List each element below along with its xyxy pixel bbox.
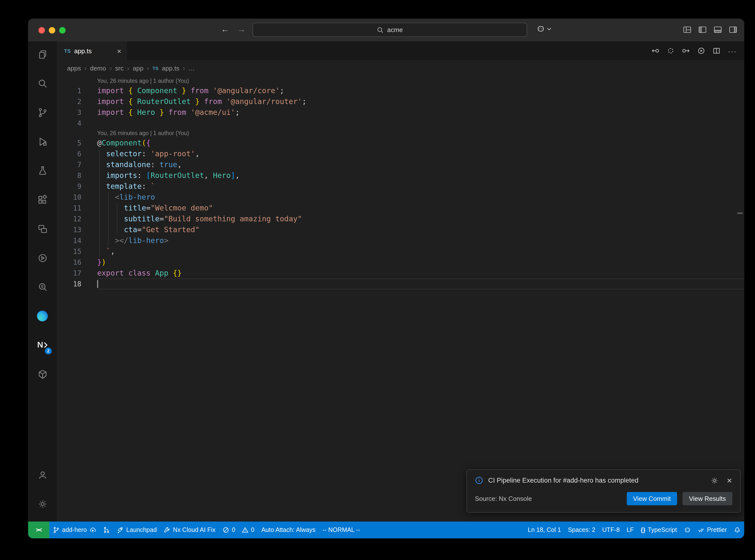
code-line-8[interactable]: 8 imports: [RouterOutlet, Hero], (57, 170, 744, 181)
breadcrumb-item[interactable]: src (115, 65, 124, 72)
breadcrumb-item[interactable]: app (133, 65, 143, 72)
code-line-7[interactable]: 7 standalone: true, (57, 159, 744, 170)
editor[interactable]: You, 26 minutes ago | 1 author (You)1imp… (57, 76, 744, 522)
line-number[interactable]: 15 (57, 246, 81, 257)
code-line-13[interactable]: 13 cta="Get Started" (57, 224, 744, 235)
remote-indicator[interactable]: >< (28, 522, 49, 538)
activitybar-package[interactable] (31, 361, 54, 387)
line-number[interactable]: 5 (57, 138, 81, 148)
close-window-button[interactable] (38, 27, 45, 33)
toggle-panel-icon[interactable] (714, 26, 722, 34)
line-number[interactable]: 17 (57, 268, 81, 279)
breadcrumb-file[interactable]: app.ts (162, 65, 179, 72)
problems-item[interactable]: 0 0 (219, 522, 258, 538)
notifications-bell-item[interactable] (730, 522, 744, 538)
activitybar-accounts[interactable] (31, 462, 54, 487)
line-number[interactable]: 18 (57, 279, 81, 289)
commit-graph-item[interactable] (100, 522, 114, 538)
line-number[interactable]: 11 (57, 203, 81, 214)
line-number[interactable]: 9 (57, 181, 81, 192)
notification-close-icon[interactable]: ✕ (727, 477, 732, 484)
code-line-18[interactable]: 18 (57, 279, 744, 289)
breadcrumb-symbol-tail[interactable]: … (188, 65, 195, 72)
split-editor-icon[interactable] (713, 47, 720, 55)
activitybar-testing[interactable] (31, 158, 54, 183)
line-number[interactable]: 8 (57, 170, 81, 181)
activitybar-explorer[interactable] (31, 41, 54, 67)
customize-layout-icon[interactable] (683, 26, 691, 34)
code-line-14[interactable]: 14 ></lib-hero> (57, 235, 744, 246)
cursor-position-item[interactable]: Ln 18, Col 1 (524, 522, 565, 538)
line-number[interactable]: 10 (57, 192, 81, 203)
command-center-search[interactable]: acme (253, 23, 527, 37)
line-number[interactable]: 7 (57, 159, 81, 170)
navigate-back-button[interactable]: ← (221, 24, 229, 36)
activitybar-remote-explorer[interactable] (31, 216, 54, 242)
code-line-17[interactable]: 17export class App {} (57, 268, 744, 279)
code-line-2[interactable]: 2import { RouterOutlet } from '@angular/… (57, 96, 744, 107)
navigate-forward-button[interactable]: → (237, 24, 245, 36)
toggle-blame-icon[interactable] (667, 47, 675, 55)
code-line-12[interactable]: 12 subtitle="Build something amazing tod… (57, 214, 744, 224)
tab-app-ts[interactable]: TS app.ts × (57, 41, 127, 60)
minimize-window-button[interactable] (49, 27, 55, 33)
next-change-icon[interactable] (682, 47, 690, 55)
indentation-item[interactable]: Spaces: 2 (564, 522, 599, 538)
activitybar-edge-browser[interactable] (31, 303, 54, 329)
code-line-9[interactable]: 9 template: ` (57, 181, 744, 192)
activitybar-run-debug[interactable] (31, 129, 54, 154)
codelens-row[interactable]: You, 26 minutes ago | 1 author (You) (57, 76, 744, 85)
line-number[interactable]: 4 (57, 118, 81, 129)
close-tab-icon[interactable]: × (117, 47, 121, 55)
run-file-icon[interactable] (697, 47, 705, 55)
code-line-6[interactable]: 6 selector: 'app-root', (57, 148, 744, 159)
activitybar-nx-console[interactable]: N 2 (31, 332, 54, 358)
view-commit-button[interactable]: View Commit (627, 492, 677, 505)
code-line-10[interactable]: 10 <lib-hero (57, 192, 744, 203)
activitybar-code-search[interactable] (31, 274, 54, 300)
activitybar-settings[interactable] (31, 491, 54, 517)
line-number[interactable]: 16 (57, 257, 81, 268)
toggle-secondary-sidebar-icon[interactable] (729, 26, 737, 34)
vim-mode-item[interactable]: -- NORMAL -- (319, 522, 364, 538)
code-line-5[interactable]: 5@Component({ (57, 138, 744, 148)
line-number[interactable]: 14 (57, 235, 81, 246)
auto-attach-item[interactable]: Auto Attach: Always (258, 522, 319, 538)
more-actions-icon[interactable]: ··· (728, 46, 737, 55)
copilot-status-item[interactable] (680, 522, 694, 538)
formatter-item[interactable]: Prettier (694, 522, 730, 538)
breadcrumb-item[interactable]: apps (67, 65, 81, 72)
activitybar-run-circle[interactable] (31, 245, 54, 271)
auto-attach-label: Auto Attach: Always (261, 526, 316, 533)
activitybar-extensions[interactable] (31, 187, 54, 213)
code-area[interactable]: You, 26 minutes ago | 1 author (You)1imp… (57, 76, 744, 522)
line-number[interactable]: 2 (57, 96, 81, 107)
code-line-15[interactable]: 15 `, (57, 246, 744, 257)
codelens-row[interactable]: You, 26 minutes ago | 1 author (You) (57, 129, 744, 138)
eol-item[interactable]: LF (623, 522, 637, 538)
encoding-item[interactable]: UTF-8 (599, 522, 623, 538)
toggle-primary-sidebar-icon[interactable] (698, 26, 707, 34)
notification-gear-icon[interactable] (711, 477, 719, 484)
activitybar-source-control[interactable] (31, 100, 54, 125)
activitybar-search[interactable] (31, 71, 54, 96)
code-line-1[interactable]: 1import { Component } from '@angular/cor… (57, 85, 744, 96)
branch-item[interactable]: add-hero (49, 522, 100, 538)
breadcrumb-item[interactable]: demo (90, 65, 106, 72)
zoom-window-button[interactable] (59, 27, 65, 33)
line-number[interactable]: 13 (57, 224, 81, 235)
view-results-button[interactable]: View Results (682, 492, 732, 505)
code-line-16[interactable]: 16}) (57, 257, 744, 268)
code-line-3[interactable]: 3import { Hero } from '@acme/ui'; (57, 107, 744, 118)
code-line-11[interactable]: 11 title="Welcmoe demo" (57, 203, 744, 214)
line-number[interactable]: 6 (57, 148, 81, 159)
language-mode-item[interactable]: {} TypeScript (637, 522, 680, 538)
launchpad-item[interactable]: Launchpad (114, 522, 160, 538)
line-number[interactable]: 3 (57, 107, 81, 118)
copilot-menu-button[interactable] (537, 25, 551, 33)
open-changes-icon[interactable] (652, 47, 659, 55)
line-number[interactable]: 12 (57, 214, 81, 224)
nx-cloud-item[interactable]: Nx Cloud AI Fix (160, 522, 219, 538)
line-number[interactable]: 1 (57, 85, 81, 96)
code-line-4[interactable]: 4 (57, 118, 744, 129)
